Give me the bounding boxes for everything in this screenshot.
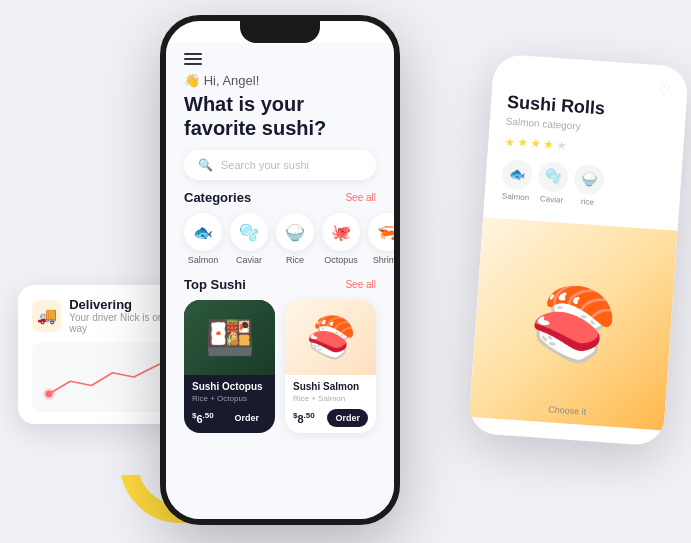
category-salmon-icon: 🐟 <box>184 213 222 251</box>
phone-header <box>166 43 394 65</box>
search-placeholder-text: Search your sushi <box>221 159 309 171</box>
sushi-octopus-price: $6.50 <box>192 411 214 425</box>
sushi-salmon-sub: Rice + Salmon <box>293 394 368 403</box>
star-rating: ★ ★ ★ ★ ★ <box>504 134 668 159</box>
phone-notch <box>240 21 320 43</box>
product-card: ♡ Sushi Rolls Salmon category ★ ★ ★ ★ ★ … <box>468 54 689 447</box>
categories-title: Categories <box>184 190 251 205</box>
category-shrimp-icon: 🦐 <box>368 213 394 251</box>
sushi-octopus-name: Sushi Octopus <box>192 381 267 392</box>
star-3: ★ <box>530 136 542 151</box>
category-octopus-label: Octopus <box>324 255 358 265</box>
category-shrimp[interactable]: 🦐 Shrimp <box>368 213 394 265</box>
top-sushi-see-all[interactable]: See all <box>345 279 376 290</box>
delivery-icon: 🚚 <box>32 300 61 332</box>
category-octopus-icon: 🐙 <box>322 213 360 251</box>
chip-salmon-label: Salmon <box>502 191 530 202</box>
category-rice-icon: 🍚 <box>276 213 314 251</box>
sushi-salmon-info: Sushi Salmon Rice + Salmon $8.50 Order <box>285 375 376 433</box>
main-phone: 👋 Hi, Angel! What is your favorite sushi… <box>160 15 400 525</box>
product-sushi-image: 🍣 Choose it <box>469 217 677 430</box>
category-octopus[interactable]: 🐙 Octopus <box>322 213 360 265</box>
sushi-cards-row: 🍱 Sushi Octopus Rice + Octopus $6.50 Ord… <box>166 300 394 433</box>
star-1: ★ <box>504 134 516 149</box>
menu-icon[interactable] <box>184 53 202 65</box>
sushi-octopus-footer: $6.50 Order <box>192 409 267 427</box>
sushi-card-salmon[interactable]: 🍣 Sushi Salmon Rice + Salmon $8.50 Order <box>285 300 376 433</box>
chip-caviar: 🫧 Caviar <box>536 161 569 205</box>
sushi-card-octopus[interactable]: 🍱 Sushi Octopus Rice + Octopus $6.50 Ord… <box>184 300 275 433</box>
category-caviar-label: Caviar <box>236 255 262 265</box>
top-sushi-header: Top Sushi See all <box>166 277 394 292</box>
chip-rice: 🍚 rice <box>572 163 605 207</box>
sushi-salmon-price: $8.50 <box>293 411 315 425</box>
star-5: ★ <box>556 138 568 153</box>
chip-caviar-icon: 🫧 <box>537 161 569 193</box>
svg-point-8 <box>43 388 55 400</box>
category-salmon-label: Salmon <box>188 255 219 265</box>
category-caviar-icon: 🫧 <box>230 213 268 251</box>
sushi-octopus-info: Sushi Octopus Rice + Octopus $6.50 Order <box>184 375 275 433</box>
phone-screen: 👋 Hi, Angel! What is your favorite sushi… <box>166 43 394 519</box>
category-shrimp-label: Shrimp <box>373 255 394 265</box>
categories-header: Categories See all <box>166 190 394 205</box>
category-rice[interactable]: 🍚 Rice <box>276 213 314 265</box>
chip-salmon: 🐟 Salmon <box>500 158 533 202</box>
chip-rice-label: rice <box>581 197 594 207</box>
ingredient-chips: 🐟 Salmon 🫧 Caviar 🍚 rice <box>500 158 666 211</box>
search-bar[interactable]: 🔍 Search your sushi <box>184 150 376 180</box>
categories-row: 🐟 Salmon 🫧 Caviar 🍚 Rice 🐙 Octopus 🦐 Shr… <box>166 213 394 265</box>
categories-see-all[interactable]: See all <box>345 192 376 203</box>
star-2: ★ <box>517 135 529 150</box>
sushi-roll-emoji: 🍣 <box>527 280 620 368</box>
category-salmon[interactable]: 🐟 Salmon <box>184 213 222 265</box>
star-4: ★ <box>543 137 555 152</box>
greeting-wave: 👋 Hi, Angel! <box>184 73 376 88</box>
greeting-title: What is your favorite sushi? <box>184 92 376 140</box>
chip-salmon-icon: 🐟 <box>501 158 533 190</box>
sushi-octopus-image: 🍱 <box>184 300 275 375</box>
menu-line-1 <box>184 53 202 55</box>
chip-rice-icon: 🍚 <box>573 163 605 195</box>
sushi-salmon-image: 🍣 <box>285 300 376 375</box>
chip-caviar-label: Caviar <box>540 194 564 205</box>
category-caviar[interactable]: 🫧 Caviar <box>230 213 268 265</box>
top-sushi-title: Top Sushi <box>184 277 246 292</box>
choose-it-label: Choose it <box>548 404 587 417</box>
sushi-octopus-sub: Rice + Octopus <box>192 394 267 403</box>
sushi-salmon-order-button[interactable]: Order <box>327 409 368 427</box>
menu-line-3 <box>184 63 202 65</box>
sushi-salmon-name: Sushi Salmon <box>293 381 368 392</box>
card-top-section: ♡ Sushi Rolls Salmon category ★ ★ ★ ★ ★ … <box>483 54 689 231</box>
search-icon: 🔍 <box>198 158 213 172</box>
menu-line-2 <box>184 58 202 60</box>
sushi-octopus-order-button[interactable]: Order <box>226 409 267 427</box>
sushi-salmon-footer: $8.50 Order <box>293 409 368 427</box>
category-rice-label: Rice <box>286 255 304 265</box>
greeting-section: 👋 Hi, Angel! What is your favorite sushi… <box>166 65 394 140</box>
